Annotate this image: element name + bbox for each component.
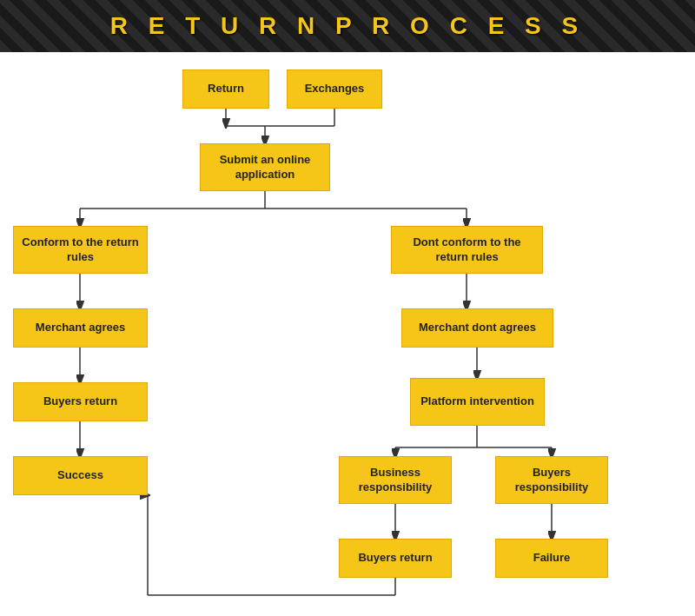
header: R E T U R N P R O C E S S	[0, 0, 695, 52]
buyers-return-left-box: Buyers return	[13, 382, 148, 421]
exchanges-box: Exchanges	[287, 70, 382, 109]
merchant-agrees-box: Merchant agrees	[13, 308, 148, 348]
not-conform-box: Dont conform to the return rules	[391, 226, 543, 274]
return-box: Return	[182, 70, 269, 109]
business-resp-box: Business responsibility	[339, 456, 452, 504]
submit-box: Submit an online application	[200, 143, 330, 191]
platform-box: Platform intervention	[410, 378, 545, 426]
diagram-area: Return Exchanges Submit an online applic…	[0, 52, 695, 616]
merchant-dont-box: Merchant dont agrees	[401, 308, 553, 348]
success-box: Success	[13, 456, 148, 495]
buyers-resp-box: Buyers responsibility	[495, 456, 608, 504]
buyers-return-mid-box: Buyers return	[339, 539, 452, 578]
header-title: R E T U R N P R O C E S S	[110, 12, 585, 40]
failure-box: Failure	[495, 539, 608, 578]
conform-box: Conform to the return rules	[13, 226, 148, 274]
